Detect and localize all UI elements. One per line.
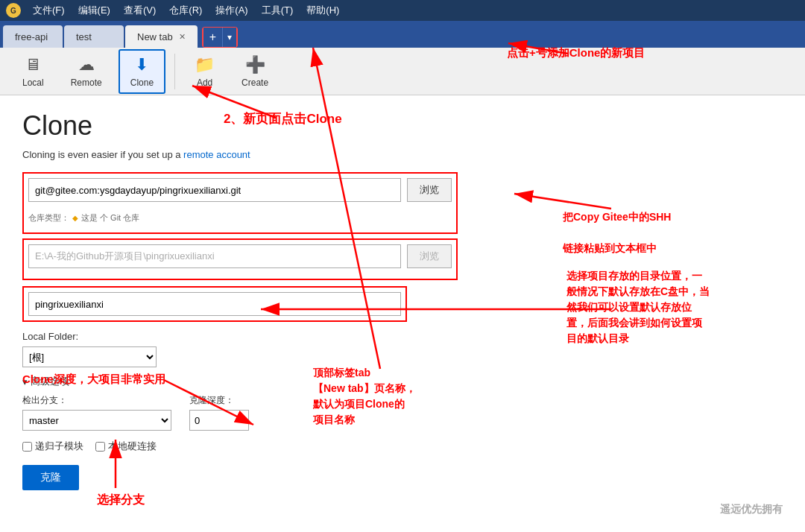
branch-select[interactable]: master bbox=[22, 410, 171, 431]
recursive-submodule-checkbox[interactable] bbox=[22, 442, 32, 452]
annotation-add-label: 点击+号添加Clone的新项目 bbox=[507, 45, 645, 60]
clone-title: Clone bbox=[22, 110, 783, 142]
menu-tools[interactable]: 工具(T) bbox=[256, 2, 300, 19]
annotation-depth-label: Clone深度，大项目非常实用 bbox=[22, 371, 165, 387]
menu-file[interactable]: 文件(F) bbox=[27, 2, 71, 19]
tab-free-api-label: free-api bbox=[15, 31, 48, 42]
hardlink-checkbox[interactable] bbox=[95, 442, 105, 452]
branch-label: 检出分支： bbox=[22, 394, 171, 407]
recursive-submodule-label[interactable]: 递归子模块 bbox=[22, 440, 83, 453]
menu-actions[interactable]: 操作(A) bbox=[209, 2, 253, 19]
local-path-group: 浏览 bbox=[22, 238, 458, 280]
tab-free-api[interactable]: free-api bbox=[3, 25, 63, 48]
clone-action-button[interactable]: 克隆 bbox=[22, 465, 79, 490]
toolbar-separator bbox=[174, 54, 175, 89]
repo-type-label: 仓库类型： bbox=[28, 212, 69, 224]
checkbox-row: 递归子模块 本地硬连接 bbox=[22, 440, 783, 453]
tab-bar: free-api test New tab ✕ + ▾ bbox=[0, 21, 805, 48]
url-row: 浏览 bbox=[28, 178, 452, 202]
annotation-dir-label: 选择项目存放的目录位置，一 般情况下默认存放在C盘中，当 然我们可以设置默认存放… bbox=[566, 268, 710, 346]
cloud-icon: ☁ bbox=[78, 55, 95, 75]
clone-icon: ⬇ bbox=[135, 55, 148, 75]
toolbar: 🖥 Local ☁ Remote ⬇ Clone 📁 Add ➕ Create bbox=[0, 48, 805, 95]
toolbar-clone-btn[interactable]: ⬇ Clone bbox=[119, 49, 165, 94]
tab-new-tab-label: New tab bbox=[137, 31, 173, 42]
folder-icon: 📁 bbox=[195, 55, 215, 75]
folder-select[interactable]: [根] bbox=[22, 346, 157, 367]
menu-repo[interactable]: 仓库(R) bbox=[163, 2, 208, 19]
browse-url-button[interactable]: 浏览 bbox=[407, 178, 452, 202]
remote-account-link[interactable]: remote account bbox=[183, 149, 250, 160]
browse-path-button[interactable]: 浏览 bbox=[407, 244, 452, 268]
depth-input[interactable] bbox=[189, 410, 249, 431]
toolbar-add-btn[interactable]: 📁 Add bbox=[184, 51, 225, 92]
menu-bar: G 文件(F) 编辑(E) 查看(V) 仓库(R) 操作(A) 工具(T) 帮助… bbox=[0, 0, 805, 21]
annotation-ssh-label: 把Copy Gitee中的SHH 链接粘贴到文本框中 bbox=[563, 194, 671, 256]
toolbar-create-label: Create bbox=[242, 77, 268, 88]
tab-add-group: + ▾ bbox=[202, 27, 238, 48]
diamond-icon: ◆ bbox=[72, 214, 78, 222]
toolbar-clone-label: Clone bbox=[130, 77, 154, 88]
toolbar-create-btn[interactable]: ➕ Create bbox=[231, 51, 279, 92]
repo-hint-text: 这是 个 Git 仓库 bbox=[81, 212, 139, 224]
toolbar-add-label: Add bbox=[197, 77, 212, 88]
tab-dropdown-button[interactable]: ▾ bbox=[222, 28, 236, 47]
annotation-clone-label: 2、新页面点击Clone bbox=[224, 110, 342, 128]
tab-add-button[interactable]: + bbox=[203, 28, 222, 47]
menu-view[interactable]: 查看(V) bbox=[118, 2, 162, 19]
annotation-branch-label: 选择分支 bbox=[97, 492, 145, 508]
toolbar-local-label: Local bbox=[22, 77, 44, 88]
annotation-tab-label: 顶部标签tab 【New tab】页名称， 默认为项目Clone的 项目名称 bbox=[313, 365, 416, 428]
app-logo: G bbox=[6, 3, 21, 18]
branch-field-group: 检出分支： master bbox=[22, 394, 171, 431]
tab-new-tab[interactable]: New tab ✕ bbox=[125, 25, 198, 48]
subtitle-text: Cloning is even easier if you set up a bbox=[22, 149, 180, 160]
checkbox2-text: 本地硬连接 bbox=[108, 440, 157, 453]
tab-close-icon[interactable]: ✕ bbox=[179, 32, 186, 42]
local-path-input[interactable] bbox=[28, 244, 401, 268]
local-path-row: 浏览 bbox=[28, 244, 452, 268]
name-input[interactable] bbox=[28, 292, 401, 316]
plus-icon: ➕ bbox=[245, 55, 265, 75]
menu-edit[interactable]: 编辑(E) bbox=[72, 2, 116, 19]
menu-help[interactable]: 帮助(H) bbox=[300, 2, 345, 19]
tab-test[interactable]: test bbox=[64, 25, 124, 48]
depth-field-group: 克隆深度： bbox=[189, 394, 249, 431]
monitor-icon: 🖥 bbox=[25, 55, 41, 75]
clone-subtitle: Cloning is even easier if you set up a r… bbox=[22, 149, 783, 160]
watermark: 遥远优先拥有 bbox=[720, 502, 783, 517]
repo-type-hint: 仓库类型： ◆ 这是 个 Git 仓库 bbox=[28, 212, 452, 224]
logo-text: G bbox=[10, 7, 16, 15]
toolbar-local-btn[interactable]: 🖥 Local bbox=[12, 51, 54, 92]
name-input-group bbox=[22, 286, 407, 322]
toolbar-remote-label: Remote bbox=[71, 77, 102, 88]
toolbar-remote-btn[interactable]: ☁ Remote bbox=[60, 51, 113, 92]
url-input-group: 浏览 仓库类型： ◆ 这是 个 Git 仓库 bbox=[22, 172, 458, 234]
url-input[interactable] bbox=[28, 178, 401, 202]
tab-test-label: test bbox=[76, 31, 92, 42]
checkbox1-text: 递归子模块 bbox=[35, 440, 83, 453]
folder-select-row: [根] bbox=[22, 346, 783, 367]
hardlink-label[interactable]: 本地硬连接 bbox=[95, 440, 157, 453]
depth-label: 克隆深度： bbox=[189, 394, 249, 407]
